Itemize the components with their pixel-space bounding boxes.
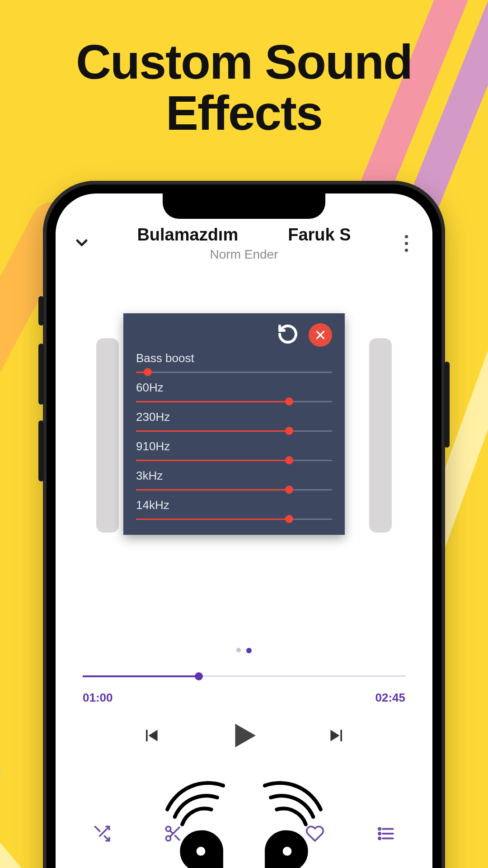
phone-screen: BulamazdımFaruk S Norm Ender Bass boost [56, 193, 432, 868]
eq-slider[interactable] [136, 515, 332, 523]
previous-button[interactable] [141, 726, 161, 747]
phone-mockup: BulamazdımFaruk S Norm Ender Bass boost [43, 181, 445, 868]
time-elapsed: 01:00 [83, 691, 113, 705]
page-indicator [56, 648, 432, 653]
song-title-next: Faruk S [288, 225, 351, 244]
earbuds-illustration [158, 770, 330, 868]
phone-side-button [444, 362, 450, 448]
skip-next-icon [327, 726, 347, 745]
song-title-marquee: BulamazdımFaruk S [91, 225, 397, 245]
svg-point-10 [379, 828, 380, 830]
shuffle-button[interactable] [93, 824, 112, 845]
bg-stripe [0, 474, 1, 792]
next-button[interactable] [327, 726, 347, 747]
promo-headline-line: Custom Sound [0, 36, 488, 87]
eq-close-button[interactable] [309, 323, 332, 347]
progress-area: 01:00 02:45 [83, 673, 405, 705]
phone-side-button [38, 420, 44, 481]
svg-point-11 [379, 833, 380, 835]
play-button[interactable] [226, 718, 262, 755]
song-artist: Norm Ender [91, 247, 397, 262]
earbud-left-icon [164, 770, 238, 868]
eq-reset-button[interactable] [277, 323, 299, 347]
phone-shell: BulamazdımFaruk S Norm Ender Bass boost [43, 181, 445, 868]
eq-slider-label: 14kHz [136, 498, 332, 512]
collapse-button[interactable] [73, 234, 91, 254]
promo-headline: Custom Sound Effects [0, 36, 488, 139]
playlist-button[interactable] [376, 824, 395, 845]
progress-slider[interactable] [83, 673, 405, 680]
playback-controls [56, 718, 432, 755]
shuffle-icon [93, 824, 112, 843]
equalizer-panel: Bass boost 60Hz 230Hz 910Hz 3kHz [123, 313, 345, 535]
phone-side-button [38, 344, 44, 405]
more-dots-icon [405, 242, 408, 245]
eq-slider[interactable] [136, 456, 332, 464]
eq-slider-label: 60Hz [136, 381, 332, 395]
eq-slider-label: Bass boost [136, 351, 332, 365]
svg-point-14 [283, 847, 292, 856]
phone-notch [163, 193, 325, 219]
eq-slider-row: 3kHz [136, 469, 332, 494]
eq-slider-row: 910Hz [136, 439, 332, 464]
song-title: Bulamazdım [137, 225, 238, 244]
player-header: BulamazdımFaruk S Norm Ender [56, 225, 432, 262]
more-menu-button[interactable] [397, 235, 415, 252]
svg-point-13 [197, 847, 206, 856]
eq-slider-row: Bass boost [136, 351, 332, 376]
eq-slider[interactable] [136, 486, 332, 494]
skip-previous-icon [141, 726, 161, 745]
more-dots-icon [405, 235, 408, 238]
eq-slider-label: 3kHz [136, 469, 332, 483]
eq-slider-row: 230Hz [136, 410, 332, 435]
svg-point-12 [379, 837, 380, 839]
list-icon [376, 824, 395, 843]
page-dot-active [246, 648, 252, 653]
eq-slider[interactable] [136, 397, 332, 406]
phone-side-button [38, 296, 44, 326]
eq-slider-row: 14kHz [136, 498, 332, 523]
play-icon [226, 718, 262, 753]
time-total: 02:45 [375, 691, 406, 705]
eq-slider-row: 60Hz [136, 381, 332, 406]
eq-slider-label: 910Hz [136, 439, 332, 453]
chevron-down-icon [73, 234, 91, 252]
song-title-block: BulamazdımFaruk S Norm Ender [91, 225, 397, 262]
more-dots-icon [405, 249, 408, 252]
eq-slider[interactable] [136, 427, 332, 435]
eq-slider-label: 230Hz [136, 410, 332, 424]
promo-headline-line: Effects [0, 87, 488, 138]
eq-slider[interactable] [136, 368, 332, 376]
page-dot [236, 648, 241, 652]
album-art-next [369, 338, 392, 533]
reset-icon [277, 323, 299, 345]
album-art-prev [96, 338, 119, 533]
close-icon [314, 329, 326, 341]
earbud-right-icon [250, 770, 324, 868]
